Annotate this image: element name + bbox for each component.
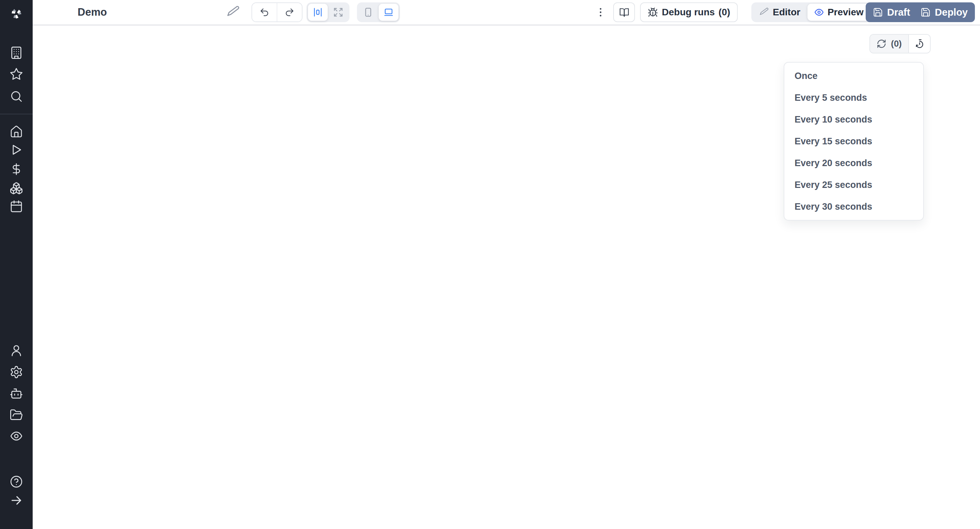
laptop-icon — [383, 7, 394, 18]
editor-preview-toggle: Editor Preview — [751, 2, 872, 22]
sidebar-item-workers-robot-icon[interactable] — [10, 387, 23, 400]
bug-icon — [648, 7, 658, 18]
smartphone-icon — [363, 7, 373, 18]
refresh-components-button[interactable]: (0) — [870, 35, 909, 53]
width-mode-toggle — [307, 2, 350, 22]
book-open-icon — [619, 7, 630, 18]
menu-item-every-10s[interactable]: Every 10 seconds — [784, 108, 923, 131]
menu-item-once[interactable]: Once — [784, 65, 923, 87]
save-icon — [873, 7, 883, 18]
favorites-star-icon[interactable] — [10, 67, 23, 81]
full-width-button[interactable] — [328, 4, 348, 21]
search-icon[interactable] — [10, 89, 23, 103]
mobile-view-button[interactable] — [358, 4, 378, 21]
debug-runs-count: (0) — [719, 7, 730, 18]
sidebar — [0, 0, 33, 529]
docs-button[interactable] — [613, 2, 635, 22]
sidebar-item-user-icon[interactable] — [10, 344, 23, 357]
debug-runs-label: Debug runs — [662, 7, 715, 18]
deploy-button[interactable]: Deploy — [913, 2, 975, 22]
menu-item-every-15s[interactable]: Every 15 seconds — [784, 131, 923, 152]
sidebar-divider — [0, 114, 33, 115]
sidebar-item-resources-boxes-icon[interactable] — [10, 182, 23, 195]
desktop-view-button[interactable] — [379, 4, 398, 21]
refresh-history-button[interactable] — [909, 35, 930, 53]
sidebar-item-audit-eye-icon[interactable] — [10, 429, 23, 443]
preview-label: Preview — [827, 7, 864, 18]
rename-pencil-icon[interactable] — [225, 4, 242, 21]
app-window: Demo — [0, 0, 980, 529]
align-horizontal-space-around-icon — [313, 7, 323, 18]
eye-icon — [814, 7, 824, 18]
app-title: Demo — [78, 6, 107, 18]
menu-item-every-20s[interactable]: Every 20 seconds — [784, 152, 923, 174]
menu-item-every-30s[interactable]: Every 30 seconds — [784, 196, 923, 218]
expand-sidebar-arrow-icon[interactable] — [10, 494, 23, 507]
app-canvas: (0) Once Every 5 seconds Every 10 second… — [33, 25, 980, 529]
debug-runs-button[interactable]: Debug runs (0) — [640, 2, 738, 22]
deploy-label: Deploy — [935, 7, 968, 18]
centered-width-button[interactable] — [308, 4, 328, 21]
editor-label: Editor — [773, 7, 800, 18]
expand-icon — [333, 7, 343, 18]
sidebar-item-settings-gear-icon[interactable] — [10, 365, 23, 379]
menu-item-every-25s[interactable]: Every 25 seconds — [784, 174, 923, 196]
refresh-controls: (0) — [869, 34, 931, 53]
sidebar-item-variables-dollar-icon[interactable] — [10, 163, 23, 176]
device-toggle — [357, 2, 400, 22]
refresh-count: (0) — [891, 38, 902, 49]
sidebar-item-folders-icon[interactable] — [10, 408, 23, 422]
undo-button[interactable] — [252, 3, 277, 21]
sidebar-item-home-icon[interactable] — [10, 125, 23, 139]
redo-button[interactable] — [277, 3, 302, 21]
pencil-icon — [759, 7, 769, 18]
menu-item-every-5s[interactable]: Every 5 seconds — [784, 87, 923, 108]
main-area: Demo — [33, 0, 980, 529]
windmill-logo[interactable] — [8, 5, 24, 22]
editor-tab[interactable]: Editor — [753, 4, 807, 21]
toolbar: Demo — [33, 0, 980, 25]
sidebar-item-schedules-calendar-icon[interactable] — [10, 199, 23, 213]
help-icon[interactable] — [10, 475, 23, 489]
timer-history-icon — [914, 38, 925, 49]
refresh-icon — [877, 39, 886, 49]
sidebar-item-runs-play-icon[interactable] — [10, 143, 23, 156]
undo-redo-group — [251, 2, 302, 22]
workspace-building-icon[interactable] — [10, 46, 23, 60]
draft-label: Draft — [887, 7, 910, 18]
preview-tab[interactable]: Preview — [808, 4, 870, 21]
more-options-kebab-icon[interactable] — [594, 4, 608, 21]
save-icon — [920, 7, 931, 18]
refresh-interval-menu: Once Every 5 seconds Every 10 seconds Ev… — [784, 62, 924, 221]
